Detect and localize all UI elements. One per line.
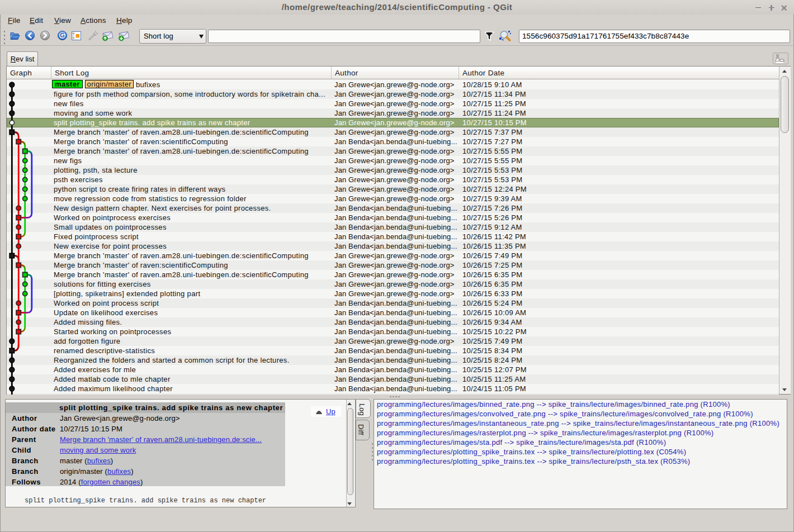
- svg-text:G: G: [60, 32, 65, 39]
